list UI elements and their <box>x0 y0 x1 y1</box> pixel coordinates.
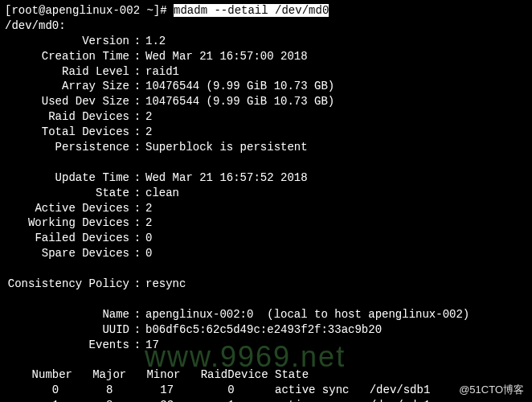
label-total-devices: Total Devices <box>5 125 129 140</box>
value-active-devices: 2 <box>145 202 152 215</box>
label-uuid: UUID <box>5 322 129 338</box>
label-consistency-policy: Consistency Policy <box>5 277 129 292</box>
table-row: 0 8 17 0 active sync /dev/sdb1 <box>5 383 527 398</box>
value-name: apenglinux-002:0 (local to host apenglin… <box>145 308 469 321</box>
value-raid-level: raid1 <box>145 65 179 78</box>
field-consistency-policy: Consistency Policy:resync <box>5 277 527 292</box>
label-raid-devices: Raid Devices <box>5 109 129 125</box>
device-path: /dev/md0: <box>5 18 527 34</box>
field-version: Version:1.2 <box>5 34 527 49</box>
value-state: clean <box>145 187 179 199</box>
field-update-time: Update Time:Wed Mar 21 16:57:52 2018 <box>5 170 527 186</box>
label-working-devices: Working Devices <box>5 215 129 231</box>
value-total-devices: 2 <box>145 125 152 138</box>
label-array-size: Array Size <box>5 79 129 94</box>
field-raid-devices: Raid Devices:2 <box>5 109 527 125</box>
value-update-time: Wed Mar 21 16:57:52 2018 <box>145 171 308 184</box>
value-uuid: b06df6c5:62c5d49c:e2493f2f:33ac9b20 <box>145 323 382 336</box>
value-version: 1.2 <box>145 35 166 47</box>
field-spare-devices: Spare Devices:0 <box>5 246 527 261</box>
value-used-dev-size: 10476544 (9.99 GiB 10.73 GB) <box>145 95 334 108</box>
label-name: Name <box>5 307 129 322</box>
field-creation-time: Creation Time:Wed Mar 21 16:57:00 2018 <box>5 49 527 64</box>
field-working-devices: Working Devices:2 <box>5 215 527 231</box>
label-failed-devices: Failed Devices <box>5 231 129 246</box>
field-raid-level: Raid Level:raid1 <box>5 64 527 80</box>
field-uuid: UUID:b06df6c5:62c5d49c:e2493f2f:33ac9b20 <box>5 322 527 338</box>
label-spare-devices: Spare Devices <box>5 246 129 261</box>
label-active-devices: Active Devices <box>5 201 129 216</box>
shell-prompt[interactable]: [root@apenglinux-002 ~]# mdadm --detail … <box>5 3 527 18</box>
label-persistence: Persistence <box>5 140 129 155</box>
attribution-text: @51CTO博客 <box>459 383 524 397</box>
field-array-size: Array Size:10476544 (9.99 GiB 10.73 GB) <box>5 79 527 94</box>
value-raid-devices: 2 <box>145 110 152 123</box>
field-total-devices: Total Devices:2 <box>5 125 527 140</box>
label-creation-time: Creation Time <box>5 49 129 64</box>
label-state: State <box>5 186 129 201</box>
value-events: 17 <box>145 338 159 351</box>
label-events: Events <box>5 338 129 353</box>
value-spare-devices: 0 <box>145 247 152 260</box>
label-used-dev-size: Used Dev Size <box>5 94 129 109</box>
blank-line <box>5 292 527 307</box>
field-persistence: Persistence:Superblock is persistent <box>5 140 527 155</box>
field-active-devices: Active Devices:2 <box>5 201 527 216</box>
value-failed-devices: 0 <box>145 232 152 244</box>
blank-line <box>5 261 527 277</box>
table-header: Number Major Minor RaidDevice State <box>5 367 527 383</box>
label-raid-level: Raid Level <box>5 64 129 80</box>
prompt-userhost: [root@apenglinux-002 ~]# <box>5 4 174 17</box>
table-row: 1 8 33 1 active sync /dev/sdc1 <box>5 398 527 402</box>
value-consistency-policy: resync <box>145 277 186 290</box>
field-name: Name:apenglinux-002:0 (local to host ape… <box>5 307 527 322</box>
blank-line <box>5 352 527 367</box>
value-persistence: Superblock is persistent <box>145 141 308 154</box>
label-version: Version <box>5 34 129 49</box>
field-used-dev-size: Used Dev Size:10476544 (9.99 GiB 10.73 G… <box>5 94 527 109</box>
field-state: State:clean <box>5 186 527 201</box>
blank-line <box>5 155 527 170</box>
field-failed-devices: Failed Devices:0 <box>5 231 527 246</box>
prompt-command: mdadm --detail /dev/md0 <box>174 4 329 17</box>
value-creation-time: Wed Mar 21 16:57:00 2018 <box>145 50 308 63</box>
value-working-devices: 2 <box>145 216 152 229</box>
value-array-size: 10476544 (9.99 GiB 10.73 GB) <box>145 80 334 92</box>
label-update-time: Update Time <box>5 170 129 186</box>
field-events: Events:17 <box>5 338 527 353</box>
